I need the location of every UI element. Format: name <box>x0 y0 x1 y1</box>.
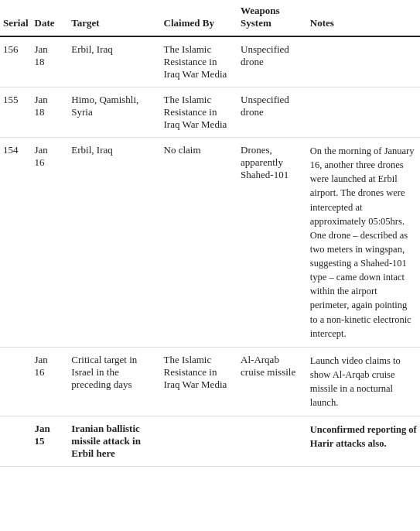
table-row: 156 Jan 18 Erbil, Iraq The Islamic Resis… <box>0 36 420 87</box>
weapon-154: Drones, apparently Shahed-101 <box>237 138 307 348</box>
date-156: Jan 18 <box>32 36 69 87</box>
notes-arqab: Launch video claims to show Al-Arqab cru… <box>307 347 420 416</box>
serial-156: 156 <box>0 36 32 87</box>
weapon-iran <box>237 416 307 467</box>
header-notes: Notes <box>307 0 420 36</box>
table-row: Jan 16 Critical target in Israel in the … <box>0 347 420 416</box>
claimed-by-154: No claim <box>161 138 238 348</box>
claimed-by-155: The Islamic Resistance in Iraq War Media <box>161 87 238 138</box>
header-claimed-by: Claimed By <box>161 0 238 36</box>
date-154: Jan 16 <box>32 138 69 348</box>
notes-155 <box>307 87 420 138</box>
table-row: Jan 15 Iranian ballistic missile attack … <box>0 416 420 467</box>
notes-154: On the morning of January 16, another th… <box>307 138 420 348</box>
serial-154: 154 <box>0 138 32 348</box>
header-weapons-system: Weapons System <box>237 0 307 36</box>
target-155: Himo, Qamishli, Syria <box>68 87 160 138</box>
target-154: Erbil, Iraq <box>68 138 160 348</box>
serial-iran <box>0 416 32 467</box>
table-row: 154 Jan 16 Erbil, Iraq No claim Drones, … <box>0 138 420 348</box>
date-month-154: Jan <box>35 144 66 156</box>
header-date: Date <box>32 0 69 36</box>
date-day-155: 18 <box>35 106 66 118</box>
target-iran: Iranian ballistic missile attack in Erbi… <box>68 416 160 467</box>
weapon-arqab: Al-Arqab cruise missile <box>237 347 307 416</box>
notes-156 <box>307 36 420 87</box>
date-iran: Jan 15 <box>32 416 69 467</box>
date-day-156: 18 <box>35 56 66 68</box>
target-156: Erbil, Iraq <box>68 36 160 87</box>
header-target: Target <box>68 0 160 36</box>
weapon-156: Unspecified drone <box>237 36 307 87</box>
claimed-by-iran <box>161 416 238 467</box>
date-arqab: Jan 16 <box>32 347 69 416</box>
date-month-iran: Jan <box>35 423 66 435</box>
header-serial: Serial <box>0 0 32 36</box>
date-day-arqab: 16 <box>35 366 66 379</box>
table-row: 155 Jan 18 Himo, Qamishli, Syria The Isl… <box>0 87 420 138</box>
claimed-by-arqab: The Islamic Resistance in Iraq War Media <box>161 347 238 416</box>
weapon-155: Unspecified drone <box>237 87 307 138</box>
notes-iran: Unconfirmed reporting of Harir attacks a… <box>307 416 420 467</box>
date-month-155: Jan <box>35 94 66 106</box>
date-month-arqab: Jan <box>35 354 66 366</box>
date-155: Jan 18 <box>32 87 69 138</box>
serial-arqab <box>0 347 32 416</box>
date-day-154: 16 <box>35 156 66 169</box>
target-arqab: Critical target in Israel in the precedi… <box>68 347 160 416</box>
serial-155: 155 <box>0 87 32 138</box>
date-month-156: Jan <box>35 43 66 56</box>
date-day-iran: 15 <box>35 435 66 447</box>
claimed-by-156: The Islamic Resistance in Iraq War Media <box>161 36 238 87</box>
